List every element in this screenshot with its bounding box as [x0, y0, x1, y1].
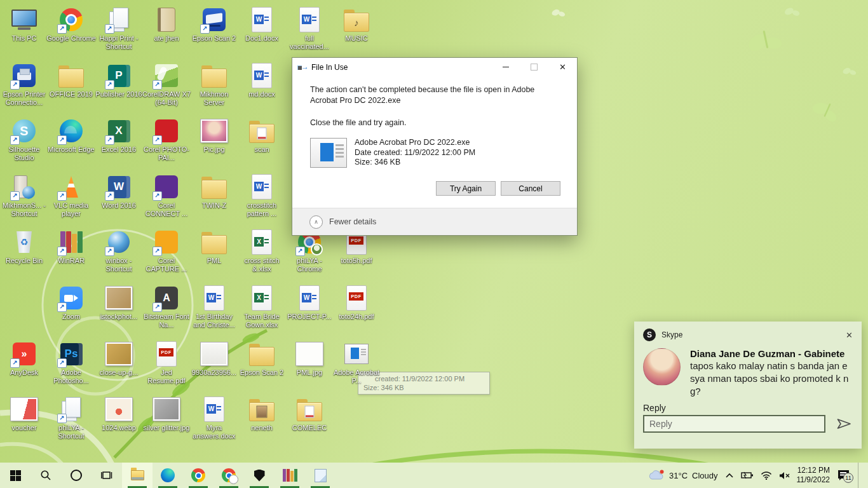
desktop-icon-philya-shortcut[interactable]: ↗phiLYA - Shortcut: [46, 396, 96, 440]
desktop-icon-microsoft-edge[interactable]: ↗Microsoft Edge: [46, 118, 96, 154]
desktop-icon-winrar[interactable]: ↗WinRAR: [46, 229, 96, 265]
desktop-icon-word-2016[interactable]: W↗Word 2016: [94, 173, 144, 210]
desktop-icon-publisher-2016[interactable]: P↗Publisher 2016: [94, 62, 144, 98]
desktop-icon-epson-printer-connectio[interactable]: ↗Epson Printer Connectio...: [0, 62, 49, 107]
volume-muted-icon[interactable]: [779, 471, 790, 480]
send-icon[interactable]: [836, 417, 853, 431]
desktop-icon-scan[interactable]: scan: [237, 118, 287, 154]
taskbar-start[interactable]: [0, 463, 31, 488]
desktop-icon-toto24h-pdf[interactable]: PDFtoto24h.pdf: [332, 285, 381, 321]
desktop-icon-mikhmon-server[interactable]: Mikhmon Server: [189, 62, 239, 107]
taskbar-chrome-profile[interactable]: [214, 463, 244, 488]
desktop-icon-pml-jpg[interactable]: PML.jpg: [285, 341, 334, 377]
weather-widget[interactable]: 31°C Cloudy: [648, 470, 718, 481]
clock[interactable]: 12:12 PM 11/9/2022: [797, 466, 831, 485]
try-again-button[interactable]: Try Again: [436, 181, 496, 196]
taskbar-task-view[interactable]: [92, 463, 122, 488]
desktop-icon-team-bride-gown-xlsx[interactable]: XTeam Bride Gown.xlsx: [237, 285, 287, 329]
cancel-button[interactable]: Cancel: [501, 181, 560, 196]
minimize-button[interactable]: [491, 58, 520, 76]
image-icon: [11, 396, 37, 423]
desktop-icon-corel-photo-pai[interactable]: ↗Corel PHOTO-PAI...: [142, 118, 191, 162]
taskbar-cortana[interactable]: [61, 463, 92, 488]
shortcut-arrow-icon: ↗: [57, 358, 67, 368]
desktop-icon-jed-resume-pdf[interactable]: PDFJed Resume.pdf: [142, 341, 191, 385]
desktop-icon-full-vaccinated[interactable]: Wfull vaccinated...: [285, 6, 334, 51]
desktop-icon-coreldraw-x7-64-bit[interactable]: ↗CorelDRAW X7 (64-Bit): [142, 62, 191, 107]
close-button[interactable]: ✕: [548, 58, 577, 76]
desktop-icon-label: Pic.jpg: [203, 146, 224, 154]
dialog-instruction: Close the file and try again.: [310, 118, 560, 127]
desktop-icon-google-chrome[interactable]: ↗Google Chrome: [46, 6, 96, 43]
taskbar-edge[interactable]: [153, 463, 183, 488]
wifi-icon[interactable]: [761, 471, 772, 480]
desktop-icon-label: Microsoft Edge: [48, 146, 94, 154]
show-desktop-button[interactable]: [858, 463, 862, 488]
desktop-icon-doc1-docx[interactable]: WDoc1.docx: [237, 6, 287, 43]
silhouette-icon: S↗: [11, 118, 37, 144]
desktop-icon-pic-jpg[interactable]: Pic.jpg: [189, 118, 239, 154]
taskbar-file-explorer[interactable]: [122, 463, 153, 488]
desktop-icon-crosstitch-pattern[interactable]: Wcrosstitch pattern ...: [237, 173, 287, 218]
desktop-icon-mikhmons-shortcut[interactable]: ↗MikhmonS... - Shortcut: [0, 173, 49, 218]
desktop-icon-office-2019[interactable]: OFFICE 2019: [46, 62, 96, 98]
fewer-details-toggle[interactable]: Fewer details: [329, 217, 376, 226]
desktop-icon-close-up-g[interactable]: close-up-g...: [94, 341, 144, 377]
taskbar-search[interactable]: [31, 463, 61, 488]
desktop-icon-epson-scan-2[interactable]: Epson Scan 2: [237, 341, 287, 377]
desktop-icon-label: Epson Scan 2: [240, 369, 284, 377]
desktop-icon-1024-webp[interactable]: 1024.webp: [94, 396, 144, 432]
skype-icon: S: [643, 329, 656, 341]
desktop-icon-epson-scan-2[interactable]: ↗Epson Scan 2: [189, 6, 239, 43]
dialog-title-bar[interactable]: → File In Use ✕: [292, 58, 577, 77]
desktop-icon-recycle-bin[interactable]: ♻Recycle Bin: [0, 229, 49, 265]
desktop-icon-label: Excel 2016: [102, 146, 136, 154]
desktop-icon-vlc-media-player[interactable]: ↗VLC media player: [46, 173, 96, 218]
desktop-icon-silver-glitter-jpg[interactable]: silver glitter.jpg: [142, 396, 191, 432]
taskbar-chrome[interactable]: [183, 463, 214, 488]
folder-icon: ♪: [343, 6, 370, 33]
word-icon: W: [296, 6, 323, 33]
taskbar-notepad[interactable]: [305, 463, 336, 488]
desktop-icon-music[interactable]: ♪MUSIC: [332, 6, 381, 43]
desktop-icon-adobe-photosho[interactable]: Ps↗Adobe Photosho...: [46, 341, 96, 385]
desktop-icon-silhouette-studio[interactable]: S↗Silhouette Studio: [0, 118, 49, 162]
desktop-icon-project-p[interactable]: WPROJECT-P...: [285, 285, 334, 321]
word-icon: W: [201, 396, 227, 423]
desktop-icon-pml[interactable]: PML: [189, 229, 239, 265]
taskbar-winrar[interactable]: [275, 463, 305, 488]
desktop-icon-adobe-acrobat-p[interactable]: Adobe Acrobat P...: [332, 341, 381, 385]
desktop-icon-bitstream-font-na[interactable]: A↗Bitstream Font Na...: [142, 285, 191, 329]
skype-notification[interactable]: S Skype ✕ Diana Jane De Guzman - Gabinet…: [634, 322, 862, 449]
desktop-icon-corel-capture[interactable]: ↗Corel CAPTURE ...: [142, 229, 191, 273]
reply-input[interactable]: [643, 415, 825, 433]
desktop-icon-zoom[interactable]: ↗Zoom: [46, 285, 96, 321]
desktop-icon-ate-jhen[interactable]: ate jhen: [142, 6, 191, 43]
chevron-up-icon[interactable]: ∧: [309, 215, 323, 229]
tray-chevron-up-icon[interactable]: [725, 473, 734, 478]
desktop-icon-label: PML.jpg: [297, 369, 322, 377]
desktop-icon-twin-z[interactable]: TWIN-Z: [189, 173, 239, 210]
file-explorer-icon: [131, 470, 144, 480]
desktop-icon-excel-2016[interactable]: X↗Excel 2016: [94, 118, 144, 154]
desktop-icon-1st-birthday-and-christe[interactable]: W1st Birthday and Christe...: [189, 285, 239, 329]
desktop-icon-this-pc[interactable]: This PC: [0, 6, 49, 43]
desktop-icon-voucher[interactable]: voucher: [0, 396, 49, 432]
notification-close-icon[interactable]: ✕: [846, 330, 853, 340]
desktop-icon-corel-connect[interactable]: ↗Corel CONNECT ...: [142, 173, 191, 218]
desktop-icon-happi-print-shortcut[interactable]: ↗Happi Print - Shortcut: [94, 6, 144, 51]
desktop-icon-cross-stitch-xlsx[interactable]: Xcross stitch &.xlsx: [237, 229, 287, 273]
desktop-icon-neneth[interactable]: neneth: [237, 396, 287, 432]
file-move-icon: →: [297, 63, 308, 72]
desktop-icon-istockphot[interactable]: istockphot...: [94, 285, 144, 321]
desktop-icon-anydesk[interactable]: »↗AnyDesk: [0, 341, 49, 377]
taskbar-windows-security[interactable]: [244, 463, 275, 488]
battery-icon[interactable]: [741, 471, 754, 479]
word-icon: W: [248, 6, 275, 33]
desktop-icon-winbox-shortcut[interactable]: ↗winbox - Shortcut: [94, 229, 144, 273]
action-center-icon[interactable]: 11: [838, 470, 851, 480]
desktop-icon-comelec[interactable]: COMELEC: [285, 396, 334, 432]
desktop-icon-myra-answers-docx[interactable]: WMyra answers.docx: [189, 396, 239, 440]
desktop-icon-9930a23956[interactable]: 9930a23956...: [189, 341, 239, 377]
desktop-icon-md-docx[interactable]: Wmd.docx: [237, 62, 287, 98]
